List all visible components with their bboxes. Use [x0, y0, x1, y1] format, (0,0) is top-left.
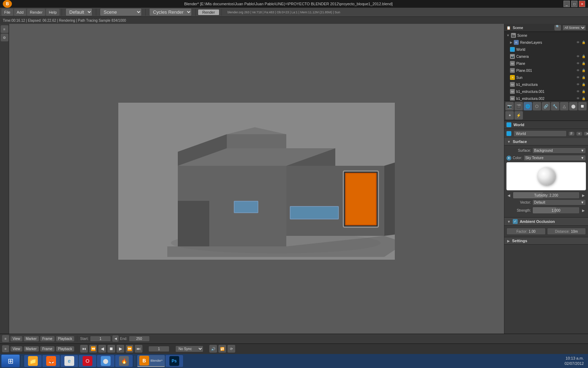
outliner-item-world[interactable]: 🌐 World: [504, 46, 588, 53]
world-f-btn[interactable]: F: [569, 132, 574, 136]
ao-checkbox[interactable]: ✓: [513, 219, 518, 224]
scene-prop-btn[interactable]: 🎬: [514, 102, 523, 110]
taskbar-opera[interactable]: O: [79, 355, 96, 367]
physics-prop-btn[interactable]: ⚡: [514, 111, 523, 120]
taskbar-firefox[interactable]: 🦊: [42, 355, 60, 367]
color-dropdown[interactable]: Sky Texture ▼: [524, 155, 586, 161]
sync-audio-btn[interactable]: ⟳: [227, 345, 235, 353]
timeline-playback-btn[interactable]: Playback: [56, 336, 75, 341]
outliner-item-sun[interactable]: ☀ Sun 👁 🔒: [504, 74, 588, 81]
taskbar-photoshop[interactable]: Ps: [166, 355, 183, 367]
restrict-icon-b1-001[interactable]: 🔒: [581, 89, 586, 94]
close-button[interactable]: ✕: [579, 1, 585, 7]
timeline-icon[interactable]: ≡: [2, 335, 9, 342]
window-controls[interactable]: _ □ ✕: [564, 1, 585, 7]
strength-arrow[interactable]: ▶: [581, 209, 586, 212]
sync-selector[interactable]: No Sync Frame Dropping AV-sync: [175, 346, 203, 352]
taskbar-ie[interactable]: e: [61, 355, 78, 367]
restrict-icon-b1[interactable]: 🔒: [581, 82, 586, 87]
taskbar-blender[interactable]: B Blender*: [137, 355, 165, 367]
maximize-button[interactable]: □: [571, 1, 578, 7]
pb-playback-btn[interactable]: Playback: [56, 346, 75, 352]
ao-section-header[interactable]: ▼ ✓ Ambient Occlusion: [504, 218, 588, 226]
outliner-item-renderlayers[interactable]: ▶ R RenderLayers 👁 🔒: [504, 39, 588, 46]
menu-render[interactable]: Render: [27, 9, 45, 16]
pb-frame-btn[interactable]: Frame: [40, 346, 55, 352]
render-prop-btn[interactable]: 📷: [505, 102, 514, 110]
left-icon-2[interactable]: ⚙: [1, 34, 8, 41]
taskbar-explorer[interactable]: 📁: [24, 355, 42, 367]
timeline-view-btn[interactable]: View: [10, 336, 22, 341]
outliner-item-plane[interactable]: M Plane 👁 🔒: [504, 60, 588, 67]
pb-marker-btn[interactable]: Marker: [24, 346, 39, 352]
end-input[interactable]: [129, 336, 150, 342]
menu-add[interactable]: Add: [14, 9, 27, 16]
settings-section-header[interactable]: ▶ Settings: [504, 237, 588, 245]
restrict-icon-b1-002[interactable]: 🔒: [581, 96, 586, 101]
constraint-prop-btn[interactable]: 🔗: [542, 102, 550, 110]
start-input[interactable]: [90, 336, 111, 342]
world-prop-btn[interactable]: 🌐: [524, 102, 532, 110]
material-prop-btn[interactable]: ⬤: [569, 102, 578, 110]
surface-section-header[interactable]: ▼ Surface: [504, 138, 588, 145]
color-dot[interactable]: ●: [506, 156, 511, 161]
next-frame-btn[interactable]: ⏩: [126, 345, 133, 353]
eye-icon-camera[interactable]: 👁: [575, 54, 580, 59]
outliner-item-b1-002[interactable]: M b1_estructura.002 👁 🔒: [504, 95, 588, 101]
pb-view-btn[interactable]: View: [10, 346, 22, 352]
outliner-item-camera[interactable]: 📷 Camera 👁 🔒: [504, 53, 588, 60]
restrict-icon-sun[interactable]: 🔒: [581, 75, 586, 80]
frame-prev-btn[interactable]: ◀: [112, 335, 119, 342]
outliner-item-plane001[interactable]: M Plane.001 👁 🔒: [504, 67, 588, 74]
jump-end-btn[interactable]: ⏭: [135, 345, 142, 353]
blender-logo[interactable]: B: [3, 0, 12, 8]
menu-help[interactable]: Help: [46, 9, 59, 16]
eye-icon-b1[interactable]: 👁: [575, 82, 580, 87]
modifier-prop-btn[interactable]: 🔧: [551, 102, 559, 110]
stop-btn[interactable]: ⏹: [107, 345, 115, 353]
scene-selector[interactable]: Scene: [100, 8, 142, 16]
current-frame-input[interactable]: [148, 346, 169, 352]
restrict-icon-plane001[interactable]: 🔒: [581, 68, 586, 73]
minimize-button[interactable]: _: [564, 1, 570, 7]
vector-dropdown[interactable]: Default ▼: [532, 199, 586, 205]
jump-start-btn[interactable]: ⏮: [80, 345, 88, 353]
loop-btn[interactable]: 🔁: [218, 345, 226, 353]
layout-selector[interactable]: Default: [65, 8, 92, 16]
prev-frame-btn[interactable]: ⏪: [89, 345, 97, 353]
audio-btn[interactable]: 🔊: [209, 345, 217, 353]
world-close-btn[interactable]: ✕: [584, 132, 588, 136]
eye-icon-plane[interactable]: 👁: [575, 61, 580, 66]
timeline-marker-btn[interactable]: Marker: [24, 336, 39, 341]
restrict-icon-camera[interactable]: 🔒: [581, 54, 586, 59]
timeline-frame-btn[interactable]: Frame: [40, 336, 55, 341]
texture-prop-btn[interactable]: 🔲: [578, 102, 587, 110]
particle-prop-btn[interactable]: ✦: [505, 111, 514, 120]
play-back-btn[interactable]: ◀: [98, 345, 106, 353]
start-button[interactable]: ⊞: [1, 355, 20, 367]
ao-distance-field[interactable]: Distance: 10m: [547, 228, 586, 235]
menu-file[interactable]: File: [1, 9, 13, 16]
render-engine-selector[interactable]: Cycles Render: [149, 8, 192, 16]
world-plus-btn[interactable]: +: [576, 132, 582, 136]
left-icon-1[interactable]: ≡: [1, 25, 8, 33]
taskbar-other[interactable]: 🔥: [115, 355, 133, 367]
outliner-item-b1-001[interactable]: M b1_estructura.001 👁 🔒: [504, 88, 588, 95]
ao-factor-field[interactable]: Factor: 1.00: [506, 228, 546, 235]
eye-icon-plane001[interactable]: 👁: [575, 68, 580, 73]
outliner-item-scene[interactable]: ▼ 🎬 Scene: [504, 32, 588, 39]
outliner-item-b1[interactable]: M b1_estructura 👁 🔒: [504, 81, 588, 88]
turbidity-slider[interactable]: Turbidity: 2.200: [513, 192, 580, 199]
data-prop-btn[interactable]: △: [560, 102, 568, 110]
restrict-icon-1[interactable]: 🔒: [581, 40, 586, 45]
play-btn[interactable]: ▶: [117, 345, 124, 353]
eye-icon-b1-002[interactable]: 👁: [575, 96, 580, 101]
pb-icon[interactable]: ≡: [2, 345, 9, 352]
restrict-icon-plane[interactable]: 🔒: [581, 61, 586, 66]
turbidity-right-arrow[interactable]: ▶: [581, 193, 586, 197]
world-name-input[interactable]: [513, 130, 567, 137]
eye-icon-b1-001[interactable]: 👁: [575, 89, 580, 94]
eye-icon-1[interactable]: 👁: [575, 40, 580, 45]
strength-slider[interactable]: 1.000: [532, 207, 580, 214]
surface-dropdown[interactable]: Background ▼: [532, 148, 586, 154]
